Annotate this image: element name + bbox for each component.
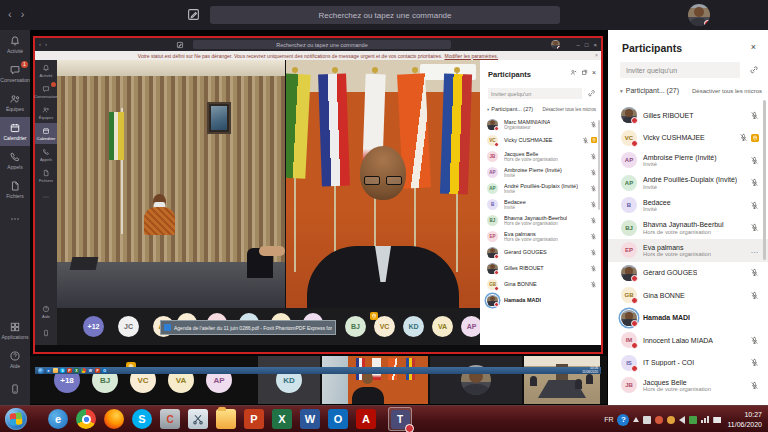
participant-row[interactable]: JB Jacques BelleHors de votre organisati…	[608, 374, 768, 397]
taskbar-icon-skype[interactable]: S	[132, 409, 152, 429]
video-thumbnail-speaker[interactable]	[322, 356, 428, 404]
sidebar-item-teams[interactable]: Équipes	[0, 88, 30, 117]
network-icon[interactable]	[701, 416, 709, 423]
taskbar-icon-chrome[interactable]	[81, 368, 86, 373]
taskbar-icon-explorer[interactable]	[53, 368, 58, 373]
volume-icon[interactable]	[679, 416, 685, 424]
participant-row[interactable]: Hamada MADI	[480, 292, 601, 308]
participant-row[interactable]: Gérard GOUGES	[608, 262, 768, 285]
forward-icon[interactable]: ›	[45, 41, 47, 47]
taskbar-icon-outlook[interactable]: O	[102, 368, 107, 373]
forward-icon[interactable]: ›	[21, 8, 25, 20]
close-icon[interactable]: ×	[751, 42, 756, 52]
sidebar-item-help[interactable]: Aide	[0, 345, 30, 374]
taskbar-icon-word[interactable]: W	[88, 368, 93, 373]
taskbar-icon-excel[interactable]: X	[272, 409, 292, 429]
taskbar-icon-chrome[interactable]	[76, 409, 96, 429]
antivirus-tray-icon[interactable]	[689, 416, 697, 424]
taskbar-icon-foxit[interactable]: F	[95, 368, 100, 373]
taskbar-icon-word[interactable]: W	[300, 409, 320, 429]
participant-row[interactable]: AP André Pouillès-Duplaix (Invité)Invité	[608, 172, 768, 195]
search-input[interactable]	[210, 6, 560, 24]
taskbar-icon-powerpoint[interactable]: P	[67, 368, 72, 373]
sidebar-item-activity[interactable]: Activité	[35, 60, 57, 81]
video-tile-avatar[interactable]	[430, 356, 522, 404]
invite-input[interactable]	[620, 62, 740, 78]
sidebar-item-calls[interactable]: Appels	[35, 144, 57, 165]
sidebar-item-teams[interactable]: Équipes	[35, 102, 57, 123]
taskbar-icon-excel[interactable]: X	[74, 368, 79, 373]
taskbar-icon-explorer[interactable]	[216, 409, 236, 429]
taskbar-icon-teams-active[interactable]: T	[388, 407, 412, 431]
tray-icon[interactable]	[667, 416, 675, 424]
participant-row[interactable]: AP André Pouillès-Duplaix (Invité)Invité	[480, 180, 601, 196]
taskbar-icon-acrobat[interactable]: A	[356, 409, 376, 429]
participant-row[interactable]: AP Ambroise Pierre (Invité)Invité	[608, 149, 768, 172]
participant-row[interactable]: VC Vicky CUSHMAJEE	[608, 127, 768, 150]
participant-row[interactable]: EP Eva palmansHors de votre organisation	[480, 228, 601, 244]
sidebar-item-calendar[interactable]: Calendrier	[35, 123, 57, 144]
participant-row[interactable]: VC Vicky CUSHMAJEE	[480, 132, 601, 148]
sidebar-item-files[interactable]: Fichiers	[0, 175, 30, 204]
participant-row[interactable]: GB Gina BONNE	[480, 276, 601, 292]
participant-row[interactable]: AP Ambroise Pierre (Invité)Invité	[480, 164, 601, 180]
invite-input[interactable]	[488, 88, 582, 99]
scrollbar[interactable]	[763, 100, 766, 260]
sidebar-item-activity[interactable]: Activité	[0, 30, 30, 59]
search-input[interactable]	[193, 40, 451, 49]
help-tray-icon[interactable]: ?	[617, 414, 629, 426]
participant-bubble[interactable]: VA	[432, 316, 453, 337]
participant-bubble[interactable]: KD	[403, 316, 424, 337]
participant-bubble[interactable]: +12	[83, 316, 104, 337]
compose-icon[interactable]	[176, 41, 184, 49]
participant-row[interactable]: Gilles RIBOUET	[480, 260, 601, 276]
participant-row[interactable]: Hamada MADI	[608, 307, 768, 330]
chevron-down-icon[interactable]: ▾	[487, 107, 489, 112]
tray-expand-icon[interactable]	[633, 417, 639, 422]
participant-bubble[interactable]: AP	[461, 316, 482, 337]
participant-bubble[interactable]: BJ	[345, 316, 366, 337]
taskbar-icon-ccleaner[interactable]: C	[160, 409, 180, 429]
chevron-down-icon[interactable]: ▾	[620, 88, 623, 94]
compose-icon[interactable]	[186, 7, 201, 22]
taskbar-icon-powerpoint[interactable]: P	[244, 409, 264, 429]
taskbar-icon-skype[interactable]: S	[60, 368, 65, 373]
banner-close-icon[interactable]: ×	[595, 52, 598, 58]
mute-all-button[interactable]: Désactiver tous les micros	[692, 88, 762, 94]
close-icon[interactable]: ×	[593, 42, 597, 48]
clock[interactable]: 10:2711/06/2020	[727, 410, 762, 428]
taskbar-icon-outlook[interactable]: O	[328, 409, 348, 429]
participant-row[interactable]: GB Gina BONNE	[608, 284, 768, 307]
sidebar-item-chat[interactable]: 1Conversation	[0, 59, 30, 88]
user-avatar[interactable]	[688, 4, 710, 26]
close-icon[interactable]: ×	[592, 69, 596, 76]
participant-row[interactable]: Marc MAMINIAINAOrganisateur	[480, 116, 601, 132]
modify-settings-link[interactable]: Modifier les paramètres.	[444, 53, 498, 59]
copy-link-icon[interactable]	[749, 65, 759, 75]
sidebar-item-more[interactable]	[35, 186, 57, 207]
sidebar-item-help[interactable]: Aide	[35, 301, 57, 322]
back-icon[interactable]: ‹	[8, 8, 12, 20]
participant-tile-kd[interactable]: KD	[258, 356, 320, 404]
participant-bubble[interactable]: VC	[374, 316, 395, 337]
mail-tray-icon[interactable]	[643, 416, 651, 424]
video-thumbnail-room[interactable]	[524, 356, 600, 404]
action-center-flag-icon[interactable]	[713, 417, 721, 423]
participant-row[interactable]: JB Jacques BelleHors de votre organisati…	[480, 148, 601, 164]
taskbar-icon-snipping-tool[interactable]	[188, 409, 208, 429]
participant-bubble[interactable]: JC	[118, 316, 139, 337]
more-options-button[interactable]: …	[751, 246, 760, 255]
taskbar-icon-firefox[interactable]	[104, 409, 124, 429]
sidebar-item-calendar[interactable]: Calendrier	[0, 117, 30, 146]
start-button[interactable]	[5, 408, 27, 430]
participant-row[interactable]: Gérard GOUGES	[480, 244, 601, 260]
popout-icon[interactable]	[581, 69, 588, 76]
user-avatar[interactable]	[551, 40, 560, 49]
copy-link-icon[interactable]	[587, 89, 596, 98]
participant-row[interactable]: Gilles RIBOUET	[608, 104, 768, 127]
participant-row[interactable]: IS IT Support - COI	[608, 352, 768, 375]
sidebar-item-calls[interactable]: Appels	[0, 146, 30, 175]
participant-row[interactable]: BJ Bhavna Jaynauth-BeerbulHors de votre …	[608, 217, 768, 240]
tray-icon[interactable]	[655, 416, 663, 424]
sidebar-item-apps[interactable]: Applications	[0, 316, 30, 345]
